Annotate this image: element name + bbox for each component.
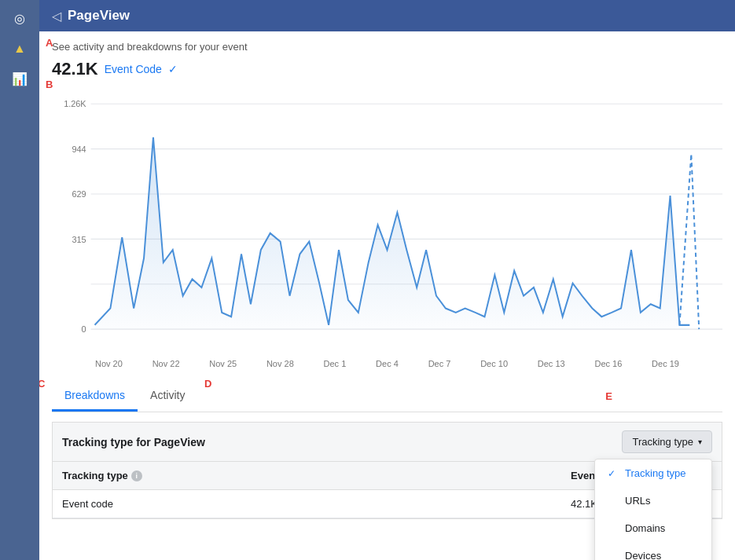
annotation-c: C xyxy=(39,378,45,390)
x-label-6: Dec 7 xyxy=(428,359,451,368)
dropdown-item-domains[interactable]: Domains xyxy=(595,514,711,542)
annotation-e: E xyxy=(605,390,612,402)
metric-row: 42.1K Event Code ✓ xyxy=(52,59,722,79)
svg-text:0: 0 xyxy=(82,324,86,334)
sidebar-icon-circle[interactable]: ◎ xyxy=(14,11,25,26)
sidebar-icon-chart[interactable]: 📊 xyxy=(12,71,28,86)
annotation-b: B xyxy=(46,79,53,90)
content-area: See activity and breakdowns for your eve… xyxy=(39,31,735,560)
dropdown-item-label-0: Tracking type xyxy=(625,467,686,479)
x-label-9: Dec 16 xyxy=(594,359,622,368)
dropdown-item-tracking-type[interactable]: ✓ Tracking type xyxy=(595,459,711,487)
tracking-type-dropdown-button[interactable]: Tracking type ▾ xyxy=(622,430,712,453)
tab-activity[interactable]: Activity xyxy=(138,381,197,412)
col1-info-icon[interactable]: i xyxy=(131,470,142,481)
table-col1-header: Tracking type i xyxy=(62,470,571,481)
x-label-5: Dec 4 xyxy=(376,359,399,368)
header-nav-icon[interactable]: ◁ xyxy=(52,9,61,24)
breakdown-title: Tracking type for PageView xyxy=(62,436,205,448)
dropdown-button-label: Tracking type xyxy=(632,436,693,448)
breakdown-section: Tracking type for PageView E Tracking ty… xyxy=(52,412,722,529)
table-cell-col1: Event code xyxy=(62,498,571,510)
metric-check: ✓ xyxy=(168,63,178,75)
x-label-4: Dec 1 xyxy=(324,359,347,368)
x-label-2: Nov 25 xyxy=(209,359,237,368)
x-label-1: Nov 22 xyxy=(153,359,180,368)
svg-text:629: 629 xyxy=(72,189,86,199)
dropdown-wrapper: Tracking type ▾ ✓ Tracking type URLs xyxy=(622,430,712,453)
chart-svg: 1.26K 944 629 315 0 xyxy=(52,87,722,354)
annotation-d: D xyxy=(204,378,211,390)
dropdown-item-devices[interactable]: Devices xyxy=(595,542,711,560)
subtitle: See activity and breakdowns for your eve… xyxy=(52,41,722,53)
chart-x-labels: Nov 20 Nov 22 Nov 25 Nov 28 Dec 1 Dec 4 … xyxy=(52,357,722,368)
dropdown-item-label-2: Domains xyxy=(625,522,665,534)
x-label-0: Nov 20 xyxy=(95,359,123,368)
dropdown-arrow-icon: ▾ xyxy=(698,437,702,446)
sidebar: ◎ ▲ 📊 xyxy=(0,0,39,560)
x-label-8: Dec 13 xyxy=(538,359,565,368)
dropdown-menu: ✓ Tracking type URLs Domains xyxy=(594,459,712,560)
dropdown-item-label-1: URLs xyxy=(625,495,651,507)
svg-text:1.26K: 1.26K xyxy=(64,99,86,108)
breakdown-header: Tracking type for PageView E Tracking ty… xyxy=(52,422,722,461)
dropdown-item-label-3: Devices xyxy=(625,550,661,560)
tabs-area: C Breakdowns D Activity xyxy=(52,381,722,412)
annotation-a: A xyxy=(46,37,53,49)
x-label-3: Nov 28 xyxy=(266,359,294,368)
svg-text:315: 315 xyxy=(72,234,86,243)
x-label-7: Dec 10 xyxy=(480,359,508,368)
page-title: PageView xyxy=(68,8,130,24)
svg-text:944: 944 xyxy=(72,145,86,154)
tab-breakdowns[interactable]: Breakdowns xyxy=(52,381,138,412)
x-label-10: Dec 19 xyxy=(652,359,679,368)
metric-label[interactable]: Event Code xyxy=(105,63,162,75)
header-bar: ◁ PageView xyxy=(39,0,735,31)
sidebar-icon-warning[interactable]: ▲ xyxy=(13,42,26,56)
check-icon: ✓ xyxy=(608,468,620,479)
dropdown-item-urls[interactable]: URLs xyxy=(595,487,711,514)
metric-value: 42.1K xyxy=(52,59,98,79)
chart-container: 1.26K 944 629 315 0 xyxy=(52,87,722,378)
